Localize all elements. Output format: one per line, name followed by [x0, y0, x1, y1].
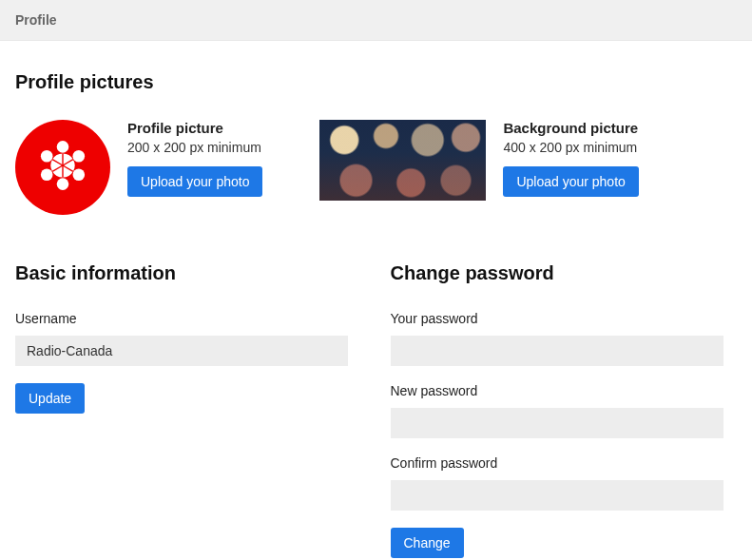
current-password-input[interactable]: [391, 336, 723, 366]
basic-info-heading: Basic information: [15, 262, 362, 284]
profile-picture-group: Profile picture 200 x 200 px minimum Upl…: [15, 120, 262, 215]
change-password-column: Change password Your password New passwo…: [391, 262, 738, 558]
svg-point-6: [41, 150, 53, 163]
confirm-password-input[interactable]: [391, 480, 723, 511]
svg-point-4: [57, 178, 69, 190]
profile-picture-hint: 200 x 200 px minimum: [127, 140, 262, 155]
current-password-label: Your password: [391, 311, 738, 326]
svg-point-3: [73, 169, 86, 182]
pictures-row: Profile picture 200 x 200 px minimum Upl…: [15, 120, 737, 215]
username-input[interactable]: [15, 336, 348, 366]
background-picture-hint: 400 x 200 px minimum: [503, 140, 638, 155]
svg-point-2: [73, 150, 86, 163]
pictures-heading: Profile pictures: [15, 71, 737, 93]
background-picture-group: Background picture 400 x 200 px minimum …: [319, 120, 638, 215]
background-picture-title: Background picture: [503, 120, 638, 136]
new-password-label: New password: [391, 383, 738, 398]
username-label: Username: [15, 311, 362, 326]
new-password-input[interactable]: [391, 408, 723, 438]
tab-bar: Profile: [0, 0, 752, 41]
svg-point-1: [57, 141, 69, 153]
change-password-heading: Change password: [391, 262, 738, 284]
background-picture-meta: Background picture 400 x 200 px minimum …: [503, 120, 638, 197]
background-thumbnail: [319, 120, 486, 201]
basic-info-column: Basic information Username Update: [15, 262, 362, 558]
upload-background-photo-button[interactable]: Upload your photo: [503, 166, 638, 197]
svg-point-5: [41, 169, 53, 182]
form-columns: Basic information Username Update Change…: [15, 262, 737, 558]
profile-picture-title: Profile picture: [127, 120, 262, 136]
content-area: Profile pictures: [0, 41, 752, 560]
confirm-password-label: Confirm password: [391, 455, 738, 471]
profile-picture-meta: Profile picture 200 x 200 px minimum Upl…: [127, 120, 262, 197]
cbc-logo-icon: [29, 132, 96, 203]
change-password-button[interactable]: Change: [391, 528, 464, 558]
update-button[interactable]: Update: [15, 383, 85, 414]
upload-profile-photo-button[interactable]: Upload your photo: [127, 166, 262, 197]
avatar: [15, 120, 110, 215]
tab-profile[interactable]: Profile: [15, 12, 57, 28]
